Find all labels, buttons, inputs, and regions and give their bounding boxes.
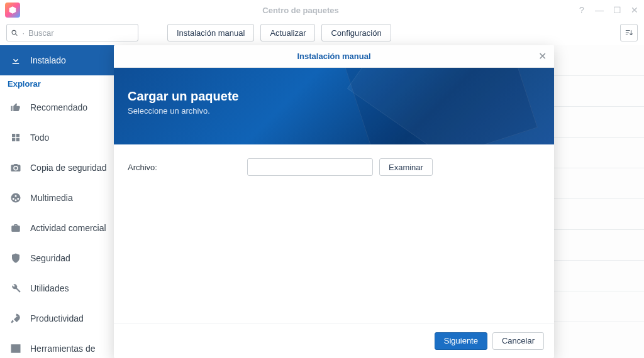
settings-button[interactable]: Configuración (321, 24, 391, 41)
sidebar-item-label: Productividad (30, 313, 84, 323)
sidebar-item-label: Actividad comercial (30, 223, 106, 233)
window-controls: ? ― ☐ ✕ (577, 6, 639, 14)
modal-header: Instalación manual ✕ (114, 45, 554, 68)
toolbar: · Instalación manual Actualizar Configur… (0, 20, 644, 45)
sidebar-item-label: Recomendado (30, 102, 87, 112)
sidebar-item-label: Utilidades (30, 283, 69, 293)
shield-icon (9, 252, 23, 264)
modal-footer: Siguiente Cancelar (114, 323, 554, 358)
sidebar-item-label: Seguridad (30, 253, 70, 263)
terminal-icon (9, 343, 23, 354)
search-separator: · (22, 28, 25, 38)
briefcase-icon (9, 222, 23, 234)
modal-heading: Cargar un paquete (128, 89, 540, 104)
svg-point-0 (12, 30, 16, 34)
sidebar-item-label: Copia de seguridad (30, 163, 106, 173)
sidebar-item-label: Herramientas de (30, 344, 96, 354)
manual-install-button[interactable]: Instalación manual (167, 24, 254, 41)
file-row: Archivo: Examinar (128, 158, 540, 176)
minimize-icon[interactable]: ― (595, 6, 604, 14)
sidebar-item-label: Multimedia (30, 193, 73, 203)
manual-install-modal: Instalación manual ✕ Cargar un paquete S… (114, 45, 554, 358)
close-window-icon[interactable]: ✕ (630, 6, 639, 14)
sidebar-item-label: Instalado (30, 55, 66, 65)
update-button[interactable]: Actualizar (260, 24, 315, 41)
rocket-icon (9, 313, 23, 324)
film-icon (9, 192, 23, 203)
modal-subheading: Seleccione un archivo. (128, 106, 540, 116)
next-button[interactable]: Siguiente (435, 332, 487, 350)
file-label: Archivo: (128, 163, 241, 172)
help-icon[interactable]: ? (577, 6, 586, 14)
search-input[interactable] (28, 28, 134, 38)
file-path-input[interactable] (247, 158, 373, 176)
modal-banner: Cargar un paquete Seleccione un archivo. (114, 68, 554, 144)
svg-line-1 (16, 34, 18, 36)
wrench-icon (9, 283, 23, 294)
download-icon (9, 55, 23, 66)
browse-button[interactable]: Examinar (379, 158, 433, 176)
search-icon (11, 29, 18, 37)
modal-close-button[interactable]: ✕ (538, 52, 547, 62)
modal-title: Instalación manual (297, 52, 370, 61)
cancel-button[interactable]: Cancelar (492, 332, 544, 350)
grid-icon (9, 132, 23, 143)
search-box[interactable]: · (6, 24, 138, 41)
sidebar-item-label: Todo (30, 133, 49, 143)
app-icon (5, 3, 20, 18)
package-icon (8, 6, 17, 14)
sort-icon (625, 28, 633, 37)
window-title: Centro de paquetes (24, 6, 577, 15)
titlebar: Centro de paquetes ? ― ☐ ✕ (0, 0, 644, 20)
modal-body: Archivo: Examinar (114, 144, 554, 323)
sort-button[interactable] (620, 24, 638, 41)
maximize-icon[interactable]: ☐ (613, 6, 621, 14)
thumbs-up-icon (9, 102, 23, 113)
camera-icon (9, 162, 23, 173)
